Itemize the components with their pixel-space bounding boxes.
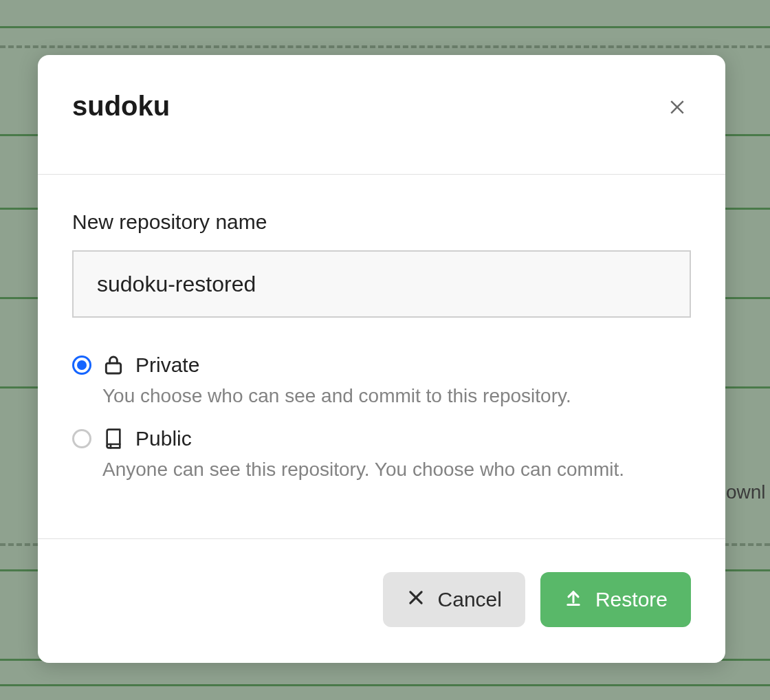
repo-icon	[102, 428, 124, 450]
modal-body: New repository name Private You choose w…	[38, 175, 725, 539]
public-description: Anyone can see this repository. You choo…	[102, 456, 691, 484]
private-description: You choose who can see and commit to thi…	[102, 382, 691, 411]
visibility-private-row[interactable]: Private	[72, 353, 691, 377]
radio-private[interactable]	[72, 356, 91, 375]
cancel-button[interactable]: Cancel	[383, 572, 525, 627]
svg-rect-0	[106, 363, 120, 373]
restore-button[interactable]: Restore	[540, 572, 691, 627]
radio-public[interactable]	[72, 429, 91, 448]
close-button[interactable]	[663, 94, 691, 121]
x-icon	[406, 588, 426, 612]
modal-footer: Cancel Restore	[38, 539, 725, 663]
cancel-label: Cancel	[438, 588, 502, 611]
restore-repo-modal: sudoku New repository name Private You c…	[38, 55, 725, 663]
lock-icon	[102, 354, 124, 376]
repo-name-label: New repository name	[72, 210, 691, 234]
visibility-public-row[interactable]: Public	[72, 427, 691, 450]
upload-icon	[564, 588, 583, 612]
private-label: Private	[135, 353, 199, 377]
repo-name-input[interactable]	[72, 250, 691, 318]
public-label: Public	[135, 427, 192, 450]
visibility-group: Private You choose who can see and commi…	[72, 353, 691, 483]
modal-header: sudoku	[38, 55, 725, 175]
close-icon	[667, 96, 688, 119]
background-partial-text: ownl	[726, 481, 766, 503]
restore-label: Restore	[595, 588, 668, 611]
modal-title: sudoku	[72, 91, 170, 122]
